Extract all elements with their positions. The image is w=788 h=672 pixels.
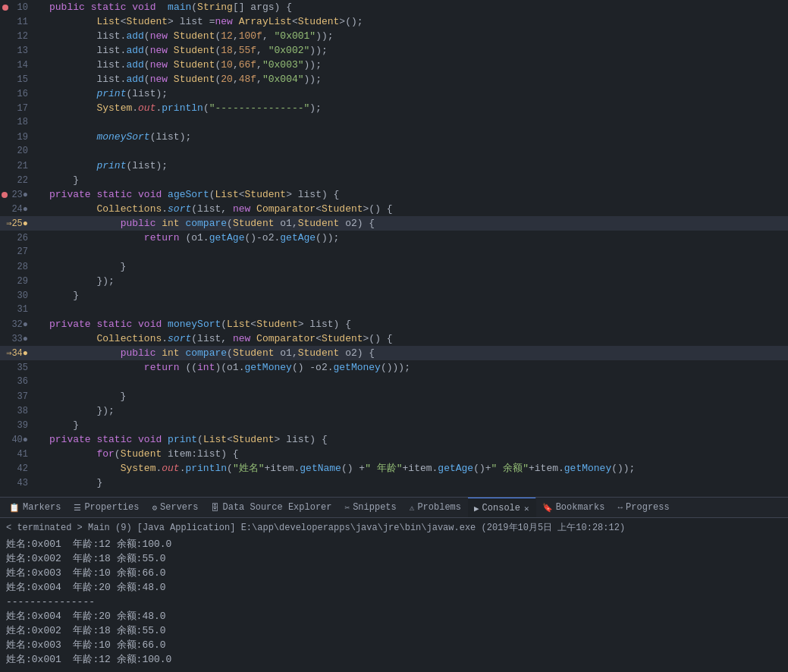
datasource-icon: 🗄 [211, 503, 219, 513]
code-line-34: ⇒34● public int compare(Student o1,Stude… [0, 346, 788, 360]
tab-markers-label: Markers [23, 502, 61, 513]
console-output-8: 姓名:0x003 年龄:10 余额:66.0 [6, 638, 782, 652]
tab-properties[interactable]: ☰ Properties [67, 497, 146, 518]
code-line-37: 37 } [0, 389, 788, 404]
console-icon: ▶ [474, 504, 479, 513]
tab-bookmarks[interactable]: 🔖 Bookmarks [536, 497, 612, 518]
tab-datasource[interactable]: 🗄 Data Source Explorer [205, 497, 338, 518]
code-line-15: 15 list.add(new Student(20,48f,"0x004"))… [0, 72, 788, 86]
console-output-1: 姓名:0x001 年龄:12 余额:100.0 [6, 537, 782, 551]
code-line-41: 41 for(Student item:list) { [0, 447, 788, 461]
tab-snippets-label: Snippets [353, 502, 397, 513]
tab-console[interactable]: ▶ Console ✕ [468, 497, 536, 518]
tab-servers-label: Servers [160, 502, 198, 513]
markers-icon: 📋 [9, 503, 20, 513]
code-line-28: 28 } [0, 259, 788, 274]
console-output-5: --------------- [6, 595, 782, 609]
properties-icon: ☰ [74, 503, 81, 513]
code-line-31: 31 [0, 303, 788, 317]
code-line-39: 39 } [0, 418, 788, 432]
code-line-33: 33● Collections.sort(list, new Comparato… [0, 331, 788, 346]
tab-problems-label: Problems [417, 502, 461, 513]
code-line-18: 18 [0, 115, 788, 130]
code-line-17: 17 System.out.println("---------------")… [0, 101, 788, 115]
code-line-11: 11 List<Student> list =new ArrayList<Stu… [0, 14, 788, 29]
code-line-14: 14 list.add(new Student(10,66f,"0x003"))… [0, 58, 788, 72]
tab-bookmarks-label: Bookmarks [556, 502, 605, 513]
code-line-36: 36 [0, 375, 788, 389]
code-line-43: 43 } [0, 476, 788, 490]
code-line-40: 40● private static void print(List<Stude… [0, 432, 788, 447]
progress-icon: ↔ [617, 503, 623, 512]
console-terminated-line: < terminated > Main (9) [Java Applicatio… [6, 521, 782, 535]
code-editor: 10 public static void main(String[] args… [0, 0, 788, 497]
code-line-10: 10 public static void main(String[] args… [0, 0, 788, 14]
code-line-19: 19 moneySort(list); [0, 130, 788, 144]
tab-problems[interactable]: ⚠ Problems [403, 497, 468, 518]
code-line-32: 32● private static void moneySort(List<S… [0, 317, 788, 331]
code-line-24: 24● Collections.sort(list, new Comparato… [0, 202, 788, 216]
bookmarks-icon: 🔖 [542, 503, 553, 513]
tab-properties-label: Properties [84, 502, 139, 513]
code-line-27: 27 [0, 245, 788, 259]
tab-snippets[interactable]: ✂ Snippets [339, 497, 403, 518]
console-output-4: 姓名:0x004 年龄:20 余额:48.0 [6, 580, 782, 595]
code-line-42: 42 System.out.println("姓名"+item.getName(… [0, 461, 788, 476]
code-line-12: 12 list.add(new Student(12,100f, "0x001"… [0, 29, 788, 43]
code-line-30: 30 } [0, 288, 788, 303]
tab-progress[interactable]: ↔ Progress [611, 497, 676, 518]
console-close-icon[interactable]: ✕ [524, 504, 529, 513]
code-line-23: 23● private static void ageSort(List<Stu… [0, 187, 788, 202]
code-line-20: 20 [0, 144, 788, 159]
code-line-38: 38 }); [0, 404, 788, 418]
tab-progress-label: Progress [626, 502, 670, 513]
console-output-7: 姓名:0x002 年龄:18 余额:55.0 [6, 623, 782, 638]
code-line-25: ⇒25● public int compare(Student o1,Stude… [0, 216, 788, 231]
code-line-26: 26 return (o1.getAge()-o2.getAge()); [0, 231, 788, 245]
tab-console-label: Console [482, 503, 520, 513]
code-line-21: 21 print(list); [0, 159, 788, 173]
console-panel: < terminated > Main (9) [Java Applicatio… [0, 518, 788, 672]
code-line-22: 22 } [0, 173, 788, 187]
tab-markers[interactable]: 📋 Markers [3, 497, 67, 518]
console-output-6: 姓名:0x004 年龄:20 余额:48.0 [6, 609, 782, 623]
console-output-2: 姓名:0x002 年龄:18 余额:55.0 [6, 551, 782, 566]
code-line-16: 16 print(list); [0, 86, 788, 101]
servers-icon: ⚙ [152, 503, 157, 513]
tab-datasource-label: Data Source Explorer [222, 502, 331, 513]
tab-servers[interactable]: ⚙ Servers [146, 497, 205, 518]
console-output-9: 姓名:0x001 年龄:12 余额:100.0 [6, 652, 782, 667]
console-output-3: 姓名:0x003 年龄:10 余额:66.0 [6, 566, 782, 580]
problems-icon: ⚠ [410, 503, 415, 513]
code-line-29: 29 }); [0, 274, 788, 288]
code-line-35: 35 return ((int)(o1.getMoney() -o2.getMo… [0, 360, 788, 375]
bottom-tab-bar: 📋 Markers ☰ Properties ⚙ Servers 🗄 Data … [0, 497, 788, 518]
snippets-icon: ✂ [345, 503, 350, 513]
code-line-13: 13 list.add(new Student(18,55f, "0x002")… [0, 43, 788, 58]
